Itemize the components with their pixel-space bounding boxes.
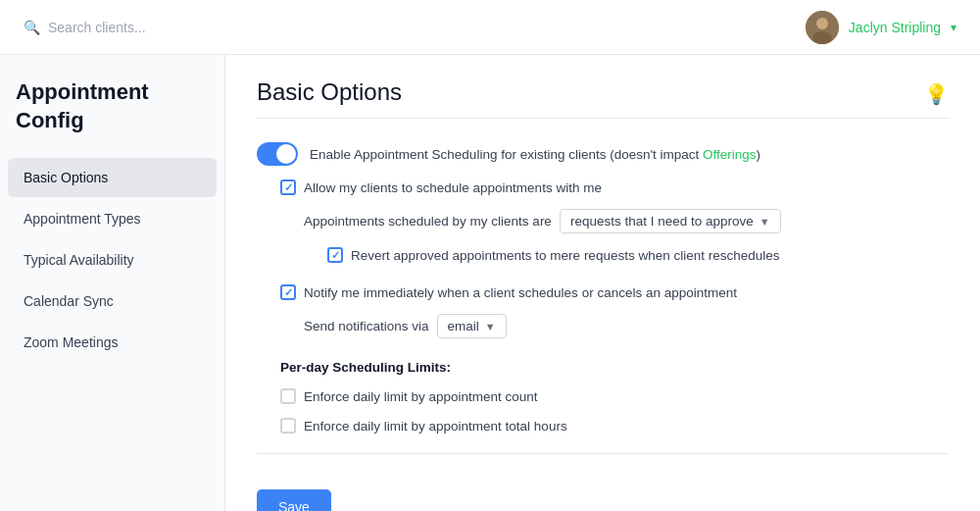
notify-checkbox[interactable]: Notify me immediately when a client sche… [280,284,737,300]
checkbox1[interactable] [280,179,296,195]
svg-point-1 [816,18,828,29]
checkbox4[interactable] [280,388,296,404]
offerings-link[interactable]: Offerings [703,147,757,162]
appointments-type-row: Appointments scheduled by my clients are… [257,209,949,233]
checkbox1-row: Allow my clients to schedule appointment… [257,179,949,195]
main-content: Basic Options 💡 Enable Appointment Sched… [225,55,980,511]
notifications-via-row: Send notifications via email ▼ [257,314,949,338]
sidebar-title: Appointment Config [0,78,224,158]
checkbox3-row: Notify me immediately when a client sche… [257,284,949,300]
top-bar: 🔍 Search clients... Jaclyn Stripling ▾ [0,0,980,55]
search-input-placeholder[interactable]: Search clients... [48,20,146,35]
search-area[interactable]: 🔍 Search clients... [24,20,146,35]
bottom-divider [257,453,949,454]
appointments-dropdown-value: requests that I need to approve [570,214,754,229]
sidebar: Appointment Config Basic Options Appoint… [0,55,225,511]
checkbox1-label: Allow my clients to schedule appointment… [304,180,602,195]
page-header: Basic Options 💡 [257,78,949,106]
notifications-dropdown-value: email [448,319,479,333]
notifications-arrow-icon: ▼ [485,321,496,332]
checkbox4-row: Enforce daily limit by appointment count [257,388,949,404]
checkbox2[interactable] [327,247,343,263]
user-area: Jaclyn Stripling ▾ [806,11,956,44]
sidebar-item-calendar-sync[interactable]: Calendar Sync [8,281,217,321]
sidebar-item-typical-availability[interactable]: Typical Availability [8,240,217,280]
sidebar-item-appointment-types[interactable]: Appointment Types [8,199,217,238]
checkbox3-label: Notify me immediately when a client sche… [304,285,737,300]
checkbox2-label: Revert approved appointments to mere req… [351,248,780,263]
appointments-label: Appointments scheduled by my clients are [304,214,552,229]
save-button[interactable]: Save [257,489,331,511]
avatar [806,11,839,44]
checkbox2-row: Revert approved appointments to mere req… [257,247,949,263]
toggle-track [257,142,298,166]
checkbox4-label: Enforce daily limit by appointment count [304,389,538,404]
chevron-down-icon: ▾ [951,21,956,34]
appointments-select-wrap: Appointments scheduled by my clients are… [304,209,781,233]
enable-scheduling-toggle[interactable] [257,142,298,166]
notifications-select-wrap: Send notifications via email ▼ [304,314,507,338]
layout: Appointment Config Basic Options Appoint… [0,55,980,511]
notifications-dropdown[interactable]: email ▼ [437,314,507,338]
search-icon: 🔍 [24,20,40,35]
daily-count-checkbox[interactable]: Enforce daily limit by appointment count [280,388,538,404]
daily-hours-checkbox[interactable]: Enforce daily limit by appointment total… [280,418,567,434]
notifications-label: Send notifications via [304,319,429,333]
section-divider [257,118,949,119]
checkbox5[interactable] [280,418,296,434]
hint-icon[interactable]: 💡 [924,82,949,106]
sidebar-item-basic-options[interactable]: Basic Options [8,158,217,197]
dropdown-arrow-icon: ▼ [760,216,770,228]
per-day-label-row: Per-day Scheduling Limits: [257,360,949,375]
allow-clients-checkbox[interactable]: Allow my clients to schedule appointment… [280,179,602,195]
user-name[interactable]: Jaclyn Stripling [849,20,941,35]
appointments-type-dropdown[interactable]: requests that I need to approve ▼ [560,209,781,233]
checkbox5-label: Enforce daily limit by appointment total… [304,419,567,434]
settings-section: Enable Appointment Scheduling for existi… [257,142,949,434]
toggle-thumb [276,144,296,164]
per-day-label: Per-day Scheduling Limits: [280,360,451,375]
sidebar-nav: Basic Options Appointment Types Typical … [0,158,224,364]
revert-appointments-checkbox[interactable]: Revert approved appointments to mere req… [327,247,780,263]
toggle-row: Enable Appointment Scheduling for existi… [257,142,949,166]
toggle-label: Enable Appointment Scheduling for existi… [310,147,760,162]
checkbox3[interactable] [280,284,296,300]
page-title: Basic Options [257,78,402,106]
sidebar-item-zoom-meetings[interactable]: Zoom Meetings [8,323,217,362]
checkbox5-row: Enforce daily limit by appointment total… [257,418,949,434]
